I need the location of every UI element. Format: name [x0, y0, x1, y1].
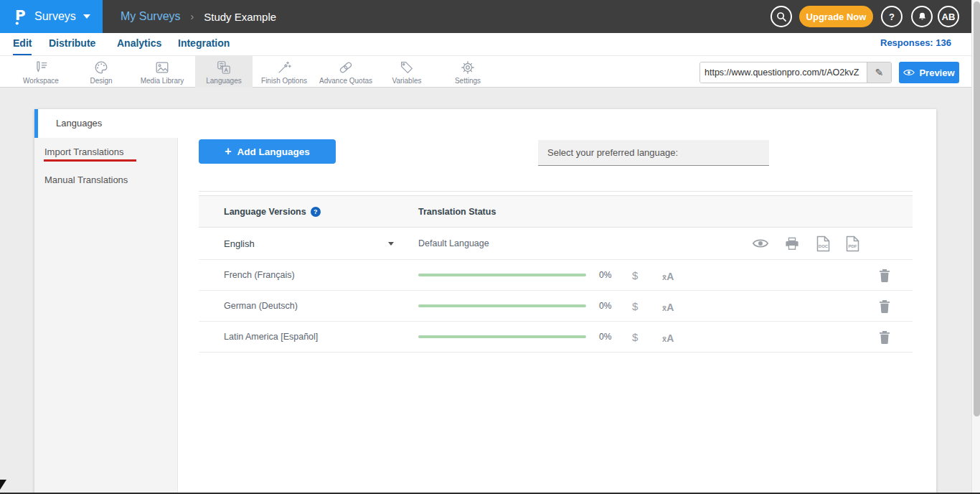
toolbar-item-design[interactable]: Design	[72, 56, 130, 88]
toolbar-item-languages[interactable]: Languages	[195, 56, 253, 88]
help-icon[interactable]: ?	[311, 207, 321, 217]
avatar[interactable]: AB	[938, 6, 959, 27]
preview-button[interactable]: Preview	[899, 62, 959, 83]
responses-count[interactable]: Responses: 136	[880, 33, 951, 55]
vertical-scrollbar[interactable]	[971, 0, 980, 494]
annotation-underline	[44, 159, 136, 162]
toolbar-item-advance-quotas[interactable]: Advance Quotas	[316, 56, 376, 88]
questionpro-logo-icon: P	[14, 7, 28, 26]
languages-icon	[216, 60, 232, 75]
chevron-down-icon[interactable]	[388, 242, 394, 246]
translate-button[interactable]: x̄A	[662, 322, 674, 352]
table-header-row: Language Versions? Translation Status	[199, 195, 913, 228]
top-header: P Surveys My Surveys › Study Example Upg…	[0, 0, 971, 33]
toolbar-item-media-library[interactable]: Media Library	[133, 56, 191, 88]
toolbar-item-finish-options[interactable]: Finish Options	[255, 56, 313, 88]
advance-quotas-icon	[338, 60, 354, 75]
table-row-english: English Default Language	[199, 228, 913, 260]
table-row-latin-america: Latin America [Español] 0% $ x̄A	[199, 322, 913, 353]
trash-icon	[879, 299, 890, 313]
plus-icon: +	[225, 145, 231, 157]
printer-icon	[785, 237, 799, 251]
upgrade-now-button[interactable]: Upgrade Now	[799, 6, 873, 27]
survey-url-group: ✎	[699, 62, 892, 83]
sidebar-item-import-translations[interactable]: Import Translations	[44, 146, 124, 157]
screener-question-select[interactable]: Select your preferred language:	[538, 140, 769, 166]
translate-button[interactable]: x̄A	[662, 260, 674, 290]
language-versions-table: Language Versions? Translation Status En…	[199, 195, 913, 353]
svg-text:P: P	[15, 7, 26, 24]
translation-progress-bar	[418, 335, 586, 338]
language-name: Latin America [Español]	[224, 322, 318, 352]
sidebar-item-manual-translations[interactable]: Manual Translations	[44, 174, 128, 185]
tab-analytics[interactable]: Analytics	[117, 33, 161, 55]
table-row-german: German (Deutsch) 0% $ x̄A	[199, 291, 913, 322]
pdf-file-icon: PDF	[845, 236, 860, 252]
help-button[interactable]: ?	[881, 6, 903, 27]
chevron-down-icon	[83, 14, 90, 19]
translation-progress-bar	[418, 304, 586, 307]
question-mark-icon: ?	[889, 11, 895, 22]
language-name[interactable]: English	[224, 228, 255, 259]
scrollbar-thumb[interactable]	[974, 1, 980, 416]
translation-progress-bar	[418, 274, 586, 276]
toolbar-item-workspace[interactable]: Workspace	[12, 56, 70, 88]
column-language-versions: Language Versions?	[224, 196, 321, 228]
workspace-icon	[33, 60, 49, 75]
export-doc-button[interactable]: DOC	[816, 228, 831, 259]
doc-file-icon: DOC	[816, 236, 831, 252]
tab-edit[interactable]: Edit	[13, 33, 32, 55]
paid-translation-button[interactable]: $	[632, 322, 638, 352]
breadcrumb: My Surveys › Study Example	[121, 0, 276, 33]
print-button[interactable]	[785, 228, 799, 259]
delete-language-button[interactable]	[879, 260, 890, 290]
settings-icon	[460, 60, 476, 75]
survey-nav: Edit Distribute Analytics Integration Re…	[0, 33, 971, 55]
toolbar-item-settings[interactable]: Settings	[439, 56, 496, 88]
avatar-initials: AB	[942, 11, 956, 22]
brand-menu[interactable]: P Surveys	[0, 0, 103, 33]
delete-language-button[interactable]	[879, 322, 890, 352]
view-survey-button[interactable]	[752, 228, 769, 259]
trash-icon	[879, 330, 890, 344]
notifications-button[interactable]	[911, 6, 933, 27]
translate-button[interactable]: x̄A	[662, 291, 674, 321]
breadcrumb-my-surveys[interactable]: My Surveys	[121, 10, 181, 23]
divider	[199, 191, 913, 192]
progress-percent: 0%	[599, 260, 611, 290]
export-pdf-button[interactable]: PDF	[845, 228, 860, 259]
column-translation-status: Translation Status	[418, 196, 496, 228]
finish-options-icon	[276, 60, 292, 75]
progress-percent: 0%	[599, 322, 611, 352]
paid-translation-button[interactable]: $	[632, 291, 638, 321]
progress-percent: 0%	[599, 291, 611, 321]
trash-icon	[879, 269, 890, 282]
breadcrumb-separator: ›	[191, 11, 194, 22]
breadcrumb-current-survey: Study Example	[204, 11, 276, 23]
tab-integration[interactable]: Integration	[178, 33, 230, 55]
edit-toolbar: Workspace Design Media Library Languages…	[0, 55, 971, 88]
design-icon	[93, 60, 109, 75]
search-button[interactable]	[771, 6, 792, 27]
delete-language-button[interactable]	[879, 291, 890, 321]
brand-label: Surveys	[34, 10, 76, 23]
media-library-icon	[154, 60, 170, 75]
svg-text:PDF: PDF	[849, 243, 857, 248]
sidebar-item-languages[interactable]: Languages	[34, 109, 178, 138]
language-name: German (Deutsch)	[224, 291, 298, 321]
survey-url-input[interactable]	[700, 62, 867, 83]
eye-icon	[903, 68, 915, 77]
pencil-icon: ✎	[875, 67, 884, 78]
eye-icon	[752, 238, 769, 249]
language-name: French (Français)	[224, 260, 295, 290]
languages-sidebar: Languages Import Translations Manual Tra…	[34, 109, 178, 494]
mouse-cursor	[0, 480, 6, 490]
paid-translation-button[interactable]: $	[632, 260, 638, 290]
bell-icon	[917, 11, 928, 22]
add-languages-button[interactable]: +Add Languages	[199, 139, 336, 164]
edit-url-button[interactable]: ✎	[867, 62, 891, 83]
toolbar-item-variables[interactable]: Variables	[378, 56, 435, 88]
languages-panel: Languages Import Translations Manual Tra…	[34, 109, 936, 494]
tab-distribute[interactable]: Distribute	[49, 33, 95, 55]
table-row-french: French (Français) 0% $ x̄A	[199, 260, 913, 291]
